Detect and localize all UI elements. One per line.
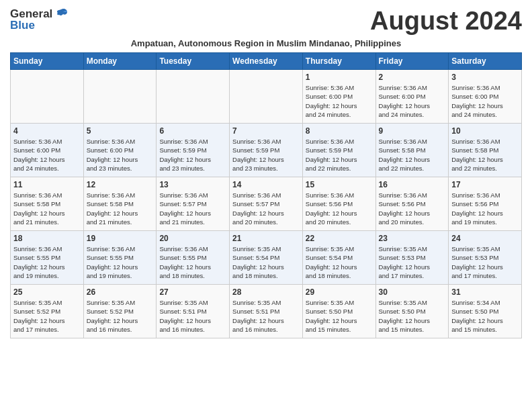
day-info: Sunrise: 5:36 AM Sunset: 6:00 PM Dayligh… [87, 137, 154, 173]
day-number: 13 [159, 180, 226, 189]
day-info: Sunrise: 5:35 AM Sunset: 5:52 PM Dayligh… [13, 298, 81, 334]
day-number: 8 [306, 126, 373, 136]
header: General Blue August 2024 [10, 7, 522, 36]
day-number: 30 [379, 287, 446, 297]
day-info: Sunrise: 5:36 AM Sunset: 6:00 PM Dayligh… [379, 83, 446, 119]
day-number: 23 [379, 234, 446, 243]
day-cell: 31Sunrise: 5:34 AM Sunset: 5:50 PM Dayli… [449, 285, 522, 338]
day-cell [11, 70, 84, 124]
day-info: Sunrise: 5:36 AM Sunset: 5:58 PM Dayligh… [451, 137, 519, 173]
day-cell [83, 70, 157, 124]
col-header-friday: Friday [375, 53, 449, 70]
day-cell: 29Sunrise: 5:35 AM Sunset: 5:50 PM Dayli… [302, 285, 375, 338]
day-number: 19 [87, 234, 154, 243]
day-cell: 19Sunrise: 5:36 AM Sunset: 5:55 PM Dayli… [83, 231, 157, 285]
day-info: Sunrise: 5:36 AM Sunset: 5:56 PM Dayligh… [379, 191, 446, 226]
day-number: 29 [306, 287, 373, 297]
col-header-monday: Monday [83, 53, 157, 70]
day-cell: 2Sunrise: 5:36 AM Sunset: 6:00 PM Daylig… [375, 70, 449, 124]
day-cell: 12Sunrise: 5:36 AM Sunset: 5:58 PM Dayli… [83, 177, 157, 231]
logo-blue-text: Blue [10, 19, 35, 32]
day-info: Sunrise: 5:35 AM Sunset: 5:50 PM Dayligh… [306, 298, 373, 334]
day-number: 18 [13, 234, 81, 243]
day-cell: 9Sunrise: 5:36 AM Sunset: 5:58 PM Daylig… [375, 124, 449, 177]
day-cell: 4Sunrise: 5:36 AM Sunset: 6:00 PM Daylig… [11, 124, 84, 177]
logo-bird-icon [54, 7, 69, 21]
day-info: Sunrise: 5:36 AM Sunset: 5:59 PM Dayligh… [159, 137, 226, 173]
day-info: Sunrise: 5:36 AM Sunset: 5:58 PM Dayligh… [13, 191, 81, 226]
day-cell: 11Sunrise: 5:36 AM Sunset: 5:58 PM Dayli… [11, 177, 84, 231]
day-cell: 24Sunrise: 5:35 AM Sunset: 5:53 PM Dayli… [449, 231, 522, 285]
day-info: Sunrise: 5:36 AM Sunset: 5:55 PM Dayligh… [159, 244, 226, 280]
day-number: 10 [451, 126, 519, 136]
week-row-2: 4Sunrise: 5:36 AM Sunset: 6:00 PM Daylig… [11, 124, 522, 177]
day-cell: 22Sunrise: 5:35 AM Sunset: 5:54 PM Dayli… [302, 231, 375, 285]
day-number: 9 [379, 126, 446, 136]
day-cell: 28Sunrise: 5:35 AM Sunset: 5:51 PM Dayli… [230, 285, 303, 338]
day-number: 14 [232, 180, 300, 189]
day-cell: 15Sunrise: 5:36 AM Sunset: 5:56 PM Dayli… [302, 177, 375, 231]
col-header-thursday: Thursday [302, 53, 375, 70]
day-cell: 18Sunrise: 5:36 AM Sunset: 5:55 PM Dayli… [11, 231, 84, 285]
days-header-row: SundayMondayTuesdayWednesdayThursdayFrid… [11, 53, 522, 70]
day-cell: 14Sunrise: 5:36 AM Sunset: 5:57 PM Dayli… [230, 177, 303, 231]
day-number: 5 [87, 126, 154, 136]
logo: General Blue [10, 7, 69, 32]
day-cell: 17Sunrise: 5:36 AM Sunset: 5:56 PM Dayli… [449, 177, 522, 231]
day-info: Sunrise: 5:35 AM Sunset: 5:54 PM Dayligh… [232, 244, 300, 280]
day-info: Sunrise: 5:36 AM Sunset: 5:58 PM Dayligh… [379, 137, 446, 173]
day-cell [157, 70, 230, 124]
day-number: 16 [379, 180, 446, 189]
day-cell: 6Sunrise: 5:36 AM Sunset: 5:59 PM Daylig… [157, 124, 230, 177]
day-cell: 27Sunrise: 5:35 AM Sunset: 5:51 PM Dayli… [157, 285, 230, 338]
day-cell: 16Sunrise: 5:36 AM Sunset: 5:56 PM Dayli… [375, 177, 449, 231]
day-cell: 23Sunrise: 5:35 AM Sunset: 5:53 PM Dayli… [375, 231, 449, 285]
week-row-3: 11Sunrise: 5:36 AM Sunset: 5:58 PM Dayli… [11, 177, 522, 231]
day-number: 28 [232, 287, 300, 297]
day-number: 24 [451, 234, 519, 243]
day-info: Sunrise: 5:36 AM Sunset: 5:58 PM Dayligh… [87, 191, 154, 226]
day-number: 1 [306, 73, 373, 82]
day-cell: 26Sunrise: 5:35 AM Sunset: 5:52 PM Dayli… [83, 285, 157, 338]
day-number: 12 [87, 180, 154, 189]
day-cell: 25Sunrise: 5:35 AM Sunset: 5:52 PM Dayli… [11, 285, 84, 338]
week-row-1: 1Sunrise: 5:36 AM Sunset: 6:00 PM Daylig… [11, 70, 522, 124]
day-info: Sunrise: 5:35 AM Sunset: 5:51 PM Dayligh… [159, 298, 226, 334]
day-info: Sunrise: 5:36 AM Sunset: 5:56 PM Dayligh… [451, 191, 519, 226]
day-info: Sunrise: 5:36 AM Sunset: 6:00 PM Dayligh… [306, 83, 373, 119]
day-number: 4 [13, 126, 81, 136]
day-number: 21 [232, 234, 300, 243]
day-info: Sunrise: 5:36 AM Sunset: 5:57 PM Dayligh… [159, 191, 226, 226]
day-number: 20 [159, 234, 226, 243]
day-number: 15 [306, 180, 373, 189]
day-cell: 1Sunrise: 5:36 AM Sunset: 6:00 PM Daylig… [302, 70, 375, 124]
day-number: 26 [87, 287, 154, 297]
calendar-subtitle: Ampatuan, Autonomous Region in Muslim Mi… [10, 38, 522, 48]
day-cell [230, 70, 303, 124]
day-info: Sunrise: 5:36 AM Sunset: 5:59 PM Dayligh… [306, 137, 373, 173]
day-info: Sunrise: 5:36 AM Sunset: 5:55 PM Dayligh… [13, 244, 81, 280]
day-number: 27 [159, 287, 226, 297]
day-info: Sunrise: 5:36 AM Sunset: 6:00 PM Dayligh… [451, 83, 519, 119]
day-cell: 20Sunrise: 5:36 AM Sunset: 5:55 PM Dayli… [157, 231, 230, 285]
day-cell: 7Sunrise: 5:36 AM Sunset: 5:59 PM Daylig… [230, 124, 303, 177]
day-number: 2 [379, 73, 446, 82]
week-row-4: 18Sunrise: 5:36 AM Sunset: 5:55 PM Dayli… [11, 231, 522, 285]
day-cell: 8Sunrise: 5:36 AM Sunset: 5:59 PM Daylig… [302, 124, 375, 177]
day-number: 22 [306, 234, 373, 243]
day-info: Sunrise: 5:35 AM Sunset: 5:54 PM Dayligh… [306, 244, 373, 280]
day-number: 25 [13, 287, 81, 297]
day-info: Sunrise: 5:36 AM Sunset: 5:59 PM Dayligh… [232, 137, 300, 173]
day-number: 31 [451, 287, 519, 297]
day-info: Sunrise: 5:35 AM Sunset: 5:51 PM Dayligh… [232, 298, 300, 334]
day-number: 6 [159, 126, 226, 136]
day-info: Sunrise: 5:34 AM Sunset: 5:50 PM Dayligh… [451, 298, 519, 334]
col-header-tuesday: Tuesday [157, 53, 230, 70]
day-info: Sunrise: 5:35 AM Sunset: 5:53 PM Dayligh… [379, 244, 446, 280]
day-info: Sunrise: 5:35 AM Sunset: 5:53 PM Dayligh… [451, 244, 519, 280]
day-cell: 3Sunrise: 5:36 AM Sunset: 6:00 PM Daylig… [449, 70, 522, 124]
month-title: August 2024 [370, 7, 522, 36]
day-info: Sunrise: 5:36 AM Sunset: 6:00 PM Dayligh… [13, 137, 81, 173]
day-cell: 13Sunrise: 5:36 AM Sunset: 5:57 PM Dayli… [157, 177, 230, 231]
week-row-5: 25Sunrise: 5:35 AM Sunset: 5:52 PM Dayli… [11, 285, 522, 338]
